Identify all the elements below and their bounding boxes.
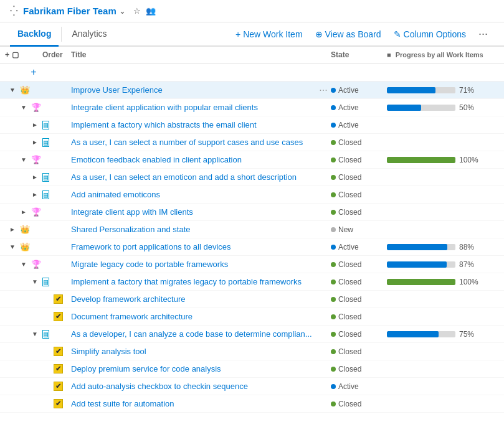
progress-fill xyxy=(387,331,439,337)
progress-fill xyxy=(387,157,455,163)
expand-row-icon[interactable]: ► xyxy=(30,121,40,128)
expand-row-icon[interactable]: ► xyxy=(7,226,17,233)
row-controls: ▼ 👑 xyxy=(5,85,40,95)
row-title[interactable]: As a developer, I can analyze a code bas… xyxy=(71,329,316,339)
progress-pct: 100% xyxy=(459,278,482,286)
row-title[interactable]: Integrate client app with IM clients xyxy=(71,207,316,217)
person-add-icon[interactable]: 👥 xyxy=(146,6,156,16)
row-title[interactable]: Add test suite for automation xyxy=(71,399,316,408)
col-progress-header: ■ Progress by all Work Items xyxy=(387,51,499,59)
top-header: ⁛ Fabrikam Fiber Team ⌄ ☆ 👥 xyxy=(0,0,504,22)
collapse-row-icon[interactable]: ▼ xyxy=(30,331,40,337)
collapse-row-icon[interactable]: ▼ xyxy=(19,156,29,163)
state-label: Closed xyxy=(338,400,361,408)
table-header: + ▢ Order Title State ■ Progress by all … xyxy=(0,47,504,63)
star-icon[interactable]: ☆ xyxy=(133,6,141,16)
tab-backlog[interactable]: Backlog xyxy=(10,22,59,47)
table-row: ▼ ▤ As a developer, I can analyze a code… xyxy=(0,326,504,343)
state-label: Closed xyxy=(338,156,361,164)
progress-bar xyxy=(387,261,455,268)
row-state: Closed xyxy=(331,190,387,199)
table-row: ✔ Develop framework architecture Closed xyxy=(0,291,504,308)
row-icon-feature: 🏆 xyxy=(31,155,41,164)
row-state: Active xyxy=(331,121,387,129)
row-more-icon[interactable]: ··· xyxy=(316,85,331,96)
row-state: Closed xyxy=(331,156,387,164)
row-state: Closed xyxy=(331,365,387,373)
expand-row-icon[interactable]: ► xyxy=(30,174,40,181)
progress-cell: 50% xyxy=(387,103,499,112)
chevron-down-icon[interactable]: ⌄ xyxy=(119,6,126,16)
state-label: Closed xyxy=(338,173,361,182)
tab-analytics[interactable]: Analytics xyxy=(64,22,114,47)
expand-row-icon[interactable]: ► xyxy=(30,191,40,198)
collapse-row-icon[interactable]: ▼ xyxy=(19,261,29,268)
collapse-row-icon[interactable]: ▼ xyxy=(7,87,17,93)
state-label: New xyxy=(338,225,353,234)
col-order-header: Order xyxy=(40,50,71,59)
row-title[interactable]: Implement a factory that migrates legacy… xyxy=(71,277,316,286)
team-name[interactable]: Fabrikam Fiber Team xyxy=(23,6,116,16)
row-state: Active xyxy=(331,86,387,95)
nav-tabs: Backlog Analytics + New Work Item ⊕ View… xyxy=(0,22,504,47)
column-options-button[interactable]: ✎ Column Options xyxy=(388,24,472,44)
row-title[interactable]: Document framework architecture xyxy=(71,312,316,321)
row-title[interactable]: As a user, I can select an emoticon and … xyxy=(71,172,316,182)
state-dot xyxy=(331,175,336,180)
state-dot xyxy=(331,105,336,110)
table-row: ✔ Document framework architecture Closed xyxy=(0,308,504,326)
add-row: + xyxy=(0,63,504,82)
progress-bar xyxy=(387,244,455,250)
row-title[interactable]: Migrate legacy code to portable framewor… xyxy=(71,260,316,269)
row-title[interactable]: Add animated emoticons xyxy=(71,190,316,199)
row-title[interactable]: Improve User Experience xyxy=(71,85,316,95)
row-title[interactable]: Add auto-analysis checkbox to checkin se… xyxy=(71,382,316,391)
row-title[interactable]: Deploy premium service for code analysis xyxy=(71,364,316,373)
row-title[interactable]: Framework to port applications to all de… xyxy=(71,242,316,251)
row-icon-story: ▤ xyxy=(42,121,52,129)
collapse-row-icon[interactable]: ▼ xyxy=(7,243,17,250)
row-icon-story: ▤ xyxy=(42,190,52,199)
row-title[interactable]: Shared Personalization and state xyxy=(71,225,316,234)
column-options-icon: ✎ xyxy=(394,29,401,39)
row-controls: ✔ xyxy=(5,347,40,356)
collapse-row-icon[interactable]: ▼ xyxy=(30,278,40,285)
progress-cell: 71% xyxy=(387,86,499,95)
row-controls: ► 👑 xyxy=(5,225,40,234)
state-dot xyxy=(331,262,336,267)
row-controls: ► ▤ xyxy=(5,173,40,182)
expand-all-icon[interactable]: + xyxy=(5,50,9,59)
row-state: Closed xyxy=(331,330,387,339)
state-dot xyxy=(331,297,336,302)
table-row: ► 🏆 Integrate client app with IM clients… xyxy=(0,204,504,221)
row-icon-story: ▤ xyxy=(42,330,52,339)
progress-fill xyxy=(387,244,447,250)
state-label: Active xyxy=(338,243,359,251)
row-state: Active xyxy=(331,243,387,251)
progress-bar xyxy=(387,105,455,111)
row-state: Closed xyxy=(331,312,387,321)
collapse-all-icon[interactable]: ▢ xyxy=(12,50,19,59)
progress-cell: 87% xyxy=(387,260,499,269)
add-work-item-button[interactable]: + xyxy=(27,66,40,78)
progress-pct: 100% xyxy=(459,156,482,164)
row-title[interactable]: As a user, I can select a number of supp… xyxy=(71,138,316,147)
row-title[interactable]: Emoticon feedback enabled in client appl… xyxy=(71,155,316,164)
more-options-icon[interactable]: ··· xyxy=(472,22,494,45)
table-row: ► ▤ Implement a factory which abstracts … xyxy=(0,116,504,134)
row-title[interactable]: Implement a factory which abstracts the … xyxy=(71,120,316,129)
grid-icon[interactable]: ⁛ xyxy=(10,5,18,17)
state-dot xyxy=(331,140,336,145)
collapse-row-icon[interactable]: ▼ xyxy=(19,104,29,111)
expand-row-icon[interactable]: ► xyxy=(19,209,29,215)
progress-cell: 100% xyxy=(387,278,499,286)
new-work-item-button[interactable]: + New Work Item xyxy=(229,24,309,44)
row-icon-task: ✔ xyxy=(54,364,64,373)
expand-row-icon[interactable]: ► xyxy=(30,139,40,146)
row-title[interactable]: Integrate client application with popula… xyxy=(71,103,316,112)
row-title[interactable]: Develop framework architecture xyxy=(71,294,316,304)
progress-cell: 100% xyxy=(387,156,499,164)
view-as-board-button[interactable]: ⊕ View as Board xyxy=(309,24,388,44)
row-title[interactable]: Simplify analysis tool xyxy=(71,347,316,356)
state-dot xyxy=(331,227,336,232)
